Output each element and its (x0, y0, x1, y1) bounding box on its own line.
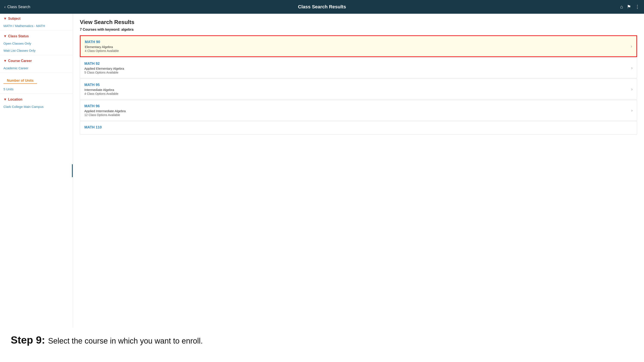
course-code-math110: MATH 110 (84, 125, 102, 129)
sidebar-units-header: Number of Units (4, 76, 37, 84)
course-options-math90: 4 Class Options Available (85, 49, 119, 52)
course-info-math95: MATH 95 Intermediate Algebra 4 Class Opt… (84, 83, 118, 95)
sidebar-subject-label: Subject (8, 17, 20, 20)
header-icons: ⌂ ⚑ ⋮ (620, 4, 640, 10)
flag-icon[interactable]: ⚑ (627, 4, 631, 10)
chevron-right-icon-math90: › (631, 44, 632, 49)
sidebar-item-units[interactable]: 5 Units (0, 86, 73, 93)
sidebar-item-open-classes[interactable]: Open Classes Only (0, 40, 73, 47)
course-card-math110[interactable]: MATH 110 (80, 121, 637, 134)
sidebar-course-career-label: Course Career (8, 59, 32, 63)
course-code-math96: MATH 96 (84, 104, 126, 108)
course-card-math96[interactable]: MATH 96 Applied Intermediate Algebra 12 … (80, 100, 637, 121)
sidebar-location-header[interactable]: ▼ Location (0, 95, 73, 103)
back-button[interactable]: ‹ Class Search (4, 5, 30, 9)
course-code-math95: MATH 95 (84, 83, 118, 87)
sidebar-units-wrapper: Number of Units (0, 73, 73, 86)
sidebar-item-waitlist[interactable]: Wait List Classes Only (0, 47, 73, 54)
course-code-math90: MATH 90 (85, 40, 119, 44)
course-options-math96: 12 Class Options Available (84, 113, 126, 117)
course-name-math95: Intermediate Algebra (84, 88, 118, 92)
chevron-down-icon-3: ▼ (4, 59, 7, 63)
sidebar-item-math[interactable]: MATH / Mathematics - MATH (0, 22, 73, 29)
sidebar-subject-header[interactable]: ▼ Subject (0, 14, 73, 22)
course-options-math92: 5 Class Options Available (84, 71, 124, 74)
back-label: Class Search (7, 5, 30, 9)
course-card-math92[interactable]: MATH 92 Applied Elementary Algebra 5 Cla… (80, 57, 637, 78)
sidebar-location-label: Location (8, 98, 22, 101)
course-info-math90: MATH 90 Elementary Algebra 4 Class Optio… (85, 40, 119, 52)
sidebar: ▼ Subject MATH / Mathematics - MATH ▼ Cl… (0, 14, 73, 328)
home-icon[interactable]: ⌂ (620, 4, 623, 10)
course-options-math95: 4 Class Options Available (84, 92, 118, 95)
sidebar-class-status-label: Class Status (8, 34, 29, 38)
content-area: View Search Results 7 Courses with keywo… (73, 14, 644, 328)
pause-button[interactable]: ▮▮ (72, 164, 73, 177)
chevron-down-icon-4: ▼ (4, 98, 7, 101)
step-label: Step 9: (11, 334, 45, 346)
page-title: View Search Results (80, 19, 637, 25)
result-count-number: 7 (80, 28, 83, 31)
course-name-math96: Applied Intermediate Algebra (84, 109, 126, 113)
more-icon[interactable]: ⋮ (635, 4, 640, 10)
result-count: 7 Courses with keyword: algebra (80, 28, 637, 31)
course-card-math95[interactable]: MATH 95 Intermediate Algebra 4 Class Opt… (80, 79, 637, 99)
main-container: ▼ Subject MATH / Mathematics - MATH ▼ Cl… (0, 14, 644, 328)
chevron-down-icon-2: ▼ (4, 34, 7, 38)
sidebar-class-status-header[interactable]: ▼ Class Status (0, 31, 73, 40)
course-name-math90: Elementary Algebra (85, 45, 119, 49)
chevron-right-icon-math95: › (631, 87, 632, 92)
header: ‹ Class Search Class Search Results ⌂ ⚑ … (0, 0, 644, 14)
course-card-math90[interactable]: MATH 90 Elementary Algebra 4 Class Optio… (80, 35, 637, 57)
course-info-math96: MATH 96 Applied Intermediate Algebra 12 … (84, 104, 126, 117)
sidebar-item-academic-career[interactable]: Academic Career (0, 64, 73, 72)
course-name-math92: Applied Elementary Algebra (84, 67, 124, 70)
sidebar-course-career-header[interactable]: ▼ Course Career (0, 56, 73, 64)
chevron-right-icon-math96: › (631, 108, 632, 113)
step-text: Select the course in which you want to e… (48, 337, 203, 346)
chevron-right-icon-math92: › (631, 65, 632, 70)
course-info-math110: MATH 110 (84, 125, 102, 130)
chevron-left-icon: ‹ (4, 5, 6, 9)
course-info-math92: MATH 92 Applied Elementary Algebra 5 Cla… (84, 61, 124, 74)
chevron-down-icon: ▼ (4, 17, 7, 20)
sidebar-item-clark-campus[interactable]: Clark College Main Campus (0, 103, 73, 110)
header-title: Class Search Results (298, 4, 346, 10)
step-instruction: Step 9: Select the course in which you w… (0, 328, 644, 352)
course-code-math92: MATH 92 (84, 61, 124, 66)
result-count-text: Courses with keyword: algebra (83, 28, 134, 31)
